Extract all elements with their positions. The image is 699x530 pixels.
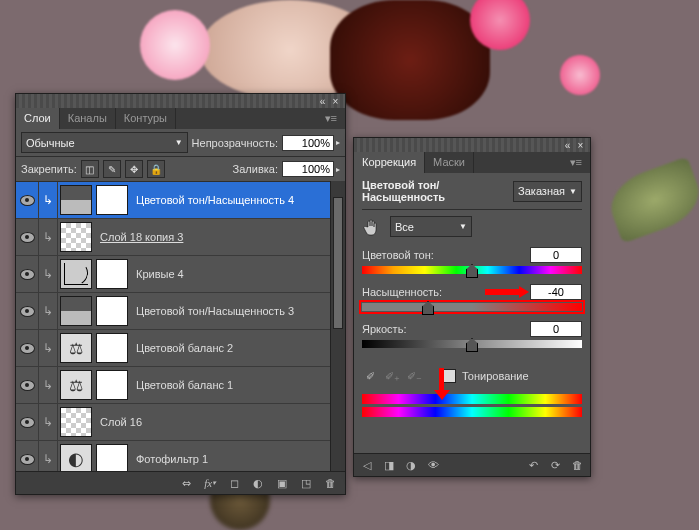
expand-icon[interactable]: ◨ [382, 458, 396, 472]
eyedropper-sub-icon[interactable]: ✐₋ [406, 368, 422, 384]
opacity-input[interactable]: 100% [282, 135, 334, 151]
link-col: ↳ [39, 367, 58, 403]
adjustments-panel: « × Коррекция Маски ▾≡ Цветовой тон/Насы… [353, 137, 591, 477]
layer-thumb[interactable] [60, 333, 92, 363]
clip-arrow-icon: ↳ [43, 452, 53, 466]
hue-input[interactable]: 0 [530, 247, 582, 263]
clip-icon[interactable]: ◑ [404, 458, 418, 472]
layer-thumb[interactable] [60, 222, 92, 252]
mask-thumb[interactable] [96, 296, 128, 326]
layer-name[interactable]: Кривые 4 [136, 268, 330, 280]
lock-all-icon[interactable]: 🔒 [147, 160, 165, 178]
layer-name[interactable]: Цветовой тон/Насыщенность 3 [136, 305, 330, 317]
colorize-checkbox[interactable] [442, 369, 456, 383]
clip-arrow-icon: ↳ [43, 230, 53, 244]
adj-bottom-bar: ◁ ◨ ◑ 👁 ↶ ⟳ 🗑 [354, 453, 590, 476]
previous-state-icon[interactable]: ↶ [526, 458, 540, 472]
layer-name[interactable]: Цветовой тон/Насыщенность 4 [136, 194, 330, 206]
new-layer-icon[interactable]: ◳ [299, 476, 313, 490]
group-icon[interactable]: ▣ [275, 476, 289, 490]
blend-mode-select[interactable]: Обычные ▼ [21, 132, 188, 153]
layer-name[interactable]: Фотофильтр 1 [136, 453, 330, 465]
adj-panel-header[interactable]: « × [354, 138, 590, 152]
layer-thumb[interactable] [60, 370, 92, 400]
visibility-toggle[interactable] [16, 441, 39, 471]
lightness-input[interactable]: 0 [530, 321, 582, 337]
tab-corrections[interactable]: Коррекция [354, 152, 425, 173]
visibility-toggle[interactable] [16, 182, 39, 218]
scrollbar[interactable] [330, 181, 345, 471]
layer-row[interactable]: ↳Цветовой тон/Насыщенность 3 [16, 293, 330, 330]
lock-transparency-icon[interactable]: ◫ [81, 160, 99, 178]
close-icon[interactable]: × [575, 140, 586, 151]
adjustment-icon[interactable]: ◐ [251, 476, 265, 490]
back-icon[interactable]: ◁ [360, 458, 374, 472]
link-layers-icon[interactable]: ⇔ [179, 476, 193, 490]
layer-thumb[interactable] [60, 296, 92, 326]
eyedropper-icon[interactable]: ✐ [362, 368, 378, 384]
scrubby-hand-icon[interactable] [362, 217, 382, 237]
reset-icon[interactable]: ⟳ [548, 458, 562, 472]
hue-slider[interactable] [362, 266, 582, 274]
tab-channels[interactable]: Каналы [60, 108, 116, 129]
layer-name[interactable]: Цветовой баланс 2 [136, 342, 330, 354]
fx-icon[interactable]: fx▾ [203, 476, 217, 490]
opacity-label: Непрозрачность: [192, 137, 278, 149]
tab-paths[interactable]: Контуры [116, 108, 176, 129]
eye-icon[interactable]: 👁 [426, 458, 440, 472]
layer-thumb[interactable] [60, 185, 92, 215]
visibility-toggle[interactable] [16, 330, 39, 366]
mask-thumb[interactable] [96, 370, 128, 400]
mask-icon[interactable]: ◻ [227, 476, 241, 490]
tab-layers[interactable]: Слои [16, 108, 60, 129]
eye-icon [20, 380, 35, 391]
layer-row[interactable]: ↳Кривые 4 [16, 256, 330, 293]
layer-row[interactable]: ↳Цветовой баланс 1 [16, 367, 330, 404]
panel-menu-icon[interactable]: ▾≡ [317, 108, 345, 129]
panel-menu-icon[interactable]: ▾≡ [562, 152, 590, 173]
lock-position-icon[interactable]: ✥ [125, 160, 143, 178]
clip-arrow-icon: ↳ [43, 378, 53, 392]
layer-row[interactable]: ↳Слой 18 копия 3 [16, 219, 330, 256]
eyedropper-add-icon[interactable]: ✐₊ [384, 368, 400, 384]
mask-thumb[interactable] [96, 444, 128, 471]
layer-row[interactable]: ↳Цветовой тон/Насыщенность 4 [16, 182, 330, 219]
eye-icon [20, 232, 35, 243]
close-icon[interactable]: × [330, 96, 341, 107]
tab-masks[interactable]: Маски [425, 152, 474, 173]
collapse-icon[interactable]: « [317, 96, 328, 107]
saturation-slider[interactable] [362, 303, 582, 311]
layer-thumb[interactable] [60, 259, 92, 289]
visibility-toggle[interactable] [16, 367, 39, 403]
layer-name[interactable]: Цветовой баланс 1 [136, 379, 330, 391]
trash-icon[interactable]: 🗑 [570, 458, 584, 472]
mask-thumb[interactable] [96, 185, 128, 215]
hue-strip-bottom [362, 407, 582, 417]
layer-thumb[interactable] [60, 407, 92, 437]
saturation-input[interactable]: -40 [530, 284, 582, 300]
visibility-toggle[interactable] [16, 256, 39, 292]
lightness-label: Яркость: [362, 323, 406, 335]
layer-name[interactable]: Слой 16 [100, 416, 330, 428]
trash-icon[interactable]: 🗑 [323, 476, 337, 490]
clip-arrow-icon: ↳ [43, 193, 53, 207]
layer-row[interactable]: ↳Слой 16 [16, 404, 330, 441]
layers-panel-header[interactable]: « × [16, 94, 345, 108]
visibility-toggle[interactable] [16, 404, 39, 440]
visibility-toggle[interactable] [16, 293, 39, 329]
adj-title: Цветовой тон/Насыщенность [362, 179, 513, 203]
layer-name[interactable]: Слой 18 копия 3 [100, 231, 330, 243]
visibility-toggle[interactable] [16, 219, 39, 255]
collapse-icon[interactable]: « [562, 140, 573, 151]
lightness-slider[interactable] [362, 340, 582, 348]
fill-input[interactable]: 100% [282, 161, 334, 177]
mask-thumb[interactable] [96, 259, 128, 289]
channel-select[interactable]: Все▼ [390, 216, 472, 237]
layer-row[interactable]: ↳Цветовой баланс 2 [16, 330, 330, 367]
link-col: ↳ [39, 441, 58, 471]
lock-pixels-icon[interactable]: ✎ [103, 160, 121, 178]
layer-thumb[interactable] [60, 444, 92, 471]
mask-thumb[interactable] [96, 333, 128, 363]
layer-row[interactable]: ↳Фотофильтр 1 [16, 441, 330, 471]
preset-select[interactable]: Заказная▼ [513, 181, 582, 202]
